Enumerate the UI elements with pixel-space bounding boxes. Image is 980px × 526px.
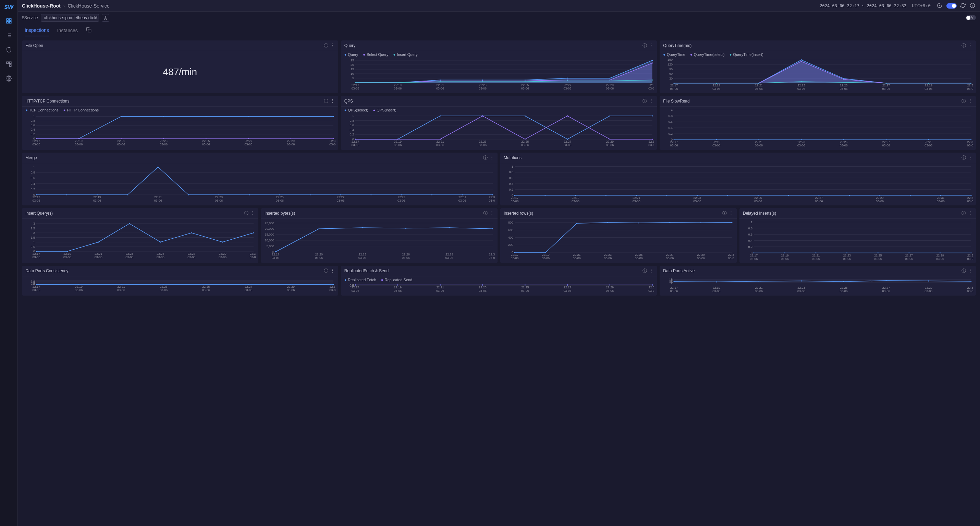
svg-point-259 <box>127 194 128 195</box>
chart-delayed-inserts[interactable]: 00.20.40.60.8122:1703-0622:1903-0622:210… <box>742 220 973 261</box>
svg-text:03-06: 03-06 <box>245 289 253 292</box>
more-icon[interactable]: ⋮ <box>330 98 335 104</box>
chart-mutations[interactable]: 00.20.40.60.8122:1703-0622:1903-0622:210… <box>503 164 973 203</box>
svg-text:22:21: 22:21 <box>117 139 125 143</box>
service-select[interactable]: clickhouse::prometheus-clickho <box>41 14 99 22</box>
help-icon[interactable]: ⓘ <box>643 43 647 49</box>
more-icon[interactable]: ⋮ <box>968 155 972 161</box>
help-icon[interactable]: ⓘ <box>643 268 647 274</box>
svg-point-355 <box>191 232 192 233</box>
svg-text:22:31: 22:31 <box>967 140 973 143</box>
svg-text:22:21: 22:21 <box>755 286 763 289</box>
nav-dashboard-icon[interactable] <box>5 17 13 25</box>
svg-text:22:17: 22:17 <box>33 139 40 143</box>
help-icon[interactable]: ⓘ <box>961 155 966 161</box>
help-icon[interactable]: ⓘ <box>483 210 488 216</box>
more-icon[interactable]: ⋮ <box>968 43 972 49</box>
svg-text:22:21: 22:21 <box>755 140 763 143</box>
chart-querytime[interactable]: 30609012015022:1703-0622:1903-0622:2103-… <box>662 58 973 91</box>
more-icon[interactable]: ⋮ <box>968 210 972 216</box>
help-icon[interactable]: ⓘ <box>324 268 328 274</box>
help-icon[interactable]: ⓘ <box>244 210 248 216</box>
svg-text:22:19: 22:19 <box>93 196 101 199</box>
topology-icon[interactable] <box>102 14 109 22</box>
svg-text:03-06: 03-06 <box>436 143 444 147</box>
info-icon[interactable] <box>970 3 976 9</box>
help-icon[interactable]: ⓘ <box>324 43 328 49</box>
moon-icon[interactable] <box>937 3 943 9</box>
chart-qps[interactable]: 00.20.40.60.8122:1703-0622:1903-0622:210… <box>344 113 654 148</box>
chart-file-slowread[interactable]: 00.20.40.60.8122:1703-0622:1903-0622:210… <box>662 108 973 148</box>
svg-text:22:27: 22:27 <box>563 83 571 87</box>
svg-point-12 <box>8 78 10 80</box>
help-icon[interactable]: ⓘ <box>722 210 727 216</box>
help-icon[interactable]: ⓘ <box>643 98 647 104</box>
refresh-icon[interactable] <box>960 3 966 9</box>
breadcrumb-root[interactable]: ClickHouse-Root <box>22 3 60 9</box>
help-icon[interactable]: ⓘ <box>483 155 488 161</box>
chart-dpc[interactable]: 00.20.40.60.8122:1703-0622:1903-0622:210… <box>25 278 336 293</box>
chart-inserted-rows[interactable]: 020040060080022:1703-0622:1903-0622:2103… <box>503 220 734 261</box>
chart-insert-query[interactable]: 00.511.522.5322:1703-0622:1903-0622:2103… <box>25 220 256 261</box>
chart-query[interactable]: 51015202522:1703-0622:1903-0622:2103-062… <box>344 58 654 91</box>
nav-list-icon[interactable] <box>5 31 13 40</box>
more-icon[interactable]: ⋮ <box>330 268 335 274</box>
more-icon[interactable]: ⋮ <box>330 43 335 49</box>
panel-data-parts-active: Data Parts Active ⓘ⋮ 912151822:1703-0622… <box>660 266 976 296</box>
copy-icon[interactable] <box>86 27 91 33</box>
help-icon[interactable]: ⓘ <box>961 210 966 216</box>
svg-text:0.2: 0.2 <box>30 132 35 136</box>
panel-file-open: File Open ⓘ ⋮ 487/min <box>22 40 338 93</box>
svg-text:22:17: 22:17 <box>351 140 359 143</box>
svg-text:22:31: 22:31 <box>329 139 335 143</box>
svg-text:03-06: 03-06 <box>755 143 763 147</box>
svg-text:22:23: 22:23 <box>215 196 223 199</box>
more-icon[interactable]: ⋮ <box>729 210 733 216</box>
svg-text:0.6: 0.6 <box>350 123 354 127</box>
svg-text:03-06: 03-06 <box>315 256 323 259</box>
svg-point-261 <box>188 194 189 195</box>
main-area: ClickHouse-Root › ClickHouse-Service 202… <box>18 0 980 526</box>
svg-text:1: 1 <box>751 220 752 223</box>
chart-inserted-bytes[interactable]: 05,00010,00015,00020,00025,00022:1703-06… <box>264 220 495 261</box>
svg-text:22:21: 22:21 <box>755 84 763 87</box>
more-icon[interactable]: ⋮ <box>649 268 654 274</box>
svg-text:3: 3 <box>33 222 35 225</box>
tab-instances[interactable]: Instances <box>57 25 78 36</box>
help-icon[interactable]: ⓘ <box>961 98 966 104</box>
svg-point-263 <box>249 194 250 195</box>
panel-title: ReplicatedFetch & Send <box>344 268 643 273</box>
svg-text:03-06: 03-06 <box>329 289 335 292</box>
svg-point-307 <box>667 195 668 196</box>
more-icon[interactable]: ⋮ <box>649 98 654 104</box>
panel-mutations: Mutations ⓘ⋮ 00.20.40.60.8122:1703-0622:… <box>500 153 976 206</box>
help-icon[interactable]: ⓘ <box>961 43 966 49</box>
chart-merge[interactable]: 00.20.40.60.8122:1703-0622:1903-0622:210… <box>25 164 495 203</box>
svg-text:03-06: 03-06 <box>713 87 721 91</box>
more-icon[interactable]: ⋮ <box>649 43 654 49</box>
chevron-right-icon: › <box>64 3 65 9</box>
nav-shield-icon[interactable] <box>5 46 13 54</box>
help-icon[interactable]: ⓘ <box>961 268 966 274</box>
panel-title: Inserted rows(s) <box>504 211 722 216</box>
more-icon[interactable]: ⋮ <box>490 155 494 161</box>
chart-http-tcp[interactable]: 00.20.40.60.8122:1703-0622:1903-0622:210… <box>25 113 336 148</box>
time-range[interactable]: 2024-03-06 22:17 ~ 2024-03-06 22:32 <box>819 3 906 8</box>
theme-toggle[interactable] <box>947 3 957 9</box>
more-icon[interactable]: ⋮ <box>490 210 494 216</box>
nav-settings-icon[interactable] <box>5 74 13 83</box>
nav-widgets-icon[interactable] <box>5 60 13 68</box>
more-icon[interactable]: ⋮ <box>250 210 255 216</box>
more-icon[interactable]: ⋮ <box>968 98 972 104</box>
chart-dpa[interactable]: 912151822:1703-0622:1903-0622:2103-0622:… <box>662 278 973 293</box>
help-icon[interactable]: ⓘ <box>324 98 328 104</box>
logo-icon[interactable]: sw <box>4 3 13 11</box>
view-switch[interactable]: V <box>966 15 976 20</box>
svg-point-49 <box>482 81 483 82</box>
chart-replicated[interactable]: 00.20.40.60.8122:1703-0622:1903-0622:210… <box>344 283 654 293</box>
svg-point-187 <box>482 115 483 116</box>
more-icon[interactable]: ⋮ <box>968 268 972 274</box>
breadcrumb-service[interactable]: ClickHouse-Service <box>67 3 109 9</box>
tab-inspections[interactable]: Inspections <box>25 25 49 36</box>
app-root: sw ClickHouse-Root › ClickHouse-Service … <box>0 0 980 526</box>
